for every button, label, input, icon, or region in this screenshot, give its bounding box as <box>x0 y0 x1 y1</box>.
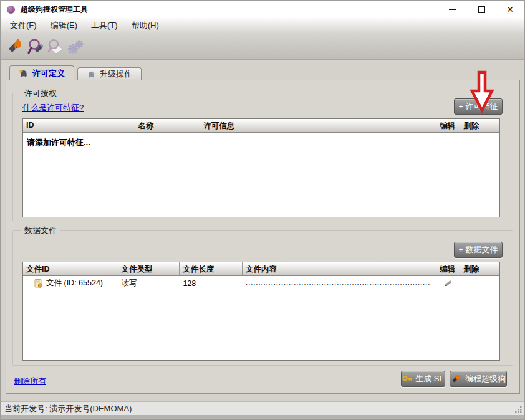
close-icon: ✕ <box>506 5 514 14</box>
menu-item-file[interactable]: 文件(F) <box>3 18 44 34</box>
minimize-icon <box>449 9 456 10</box>
column-header-file-content: 文件内容 <box>243 262 436 275</box>
app-icon <box>7 6 15 14</box>
maximize-icon <box>478 6 485 13</box>
inspect-superdog-icon <box>27 38 44 55</box>
file-content-dots: ........................................… <box>246 280 430 286</box>
license-table-header: ID 名称 许可信息 编辑 删除 <box>23 119 499 133</box>
data-file-table: 文件ID 文件类型 文件长度 文件内容 编辑 删除 文件 (ID: 65524) <box>22 262 500 361</box>
file-id-cell: 文件 (ID: 65524) <box>23 278 118 289</box>
tab-bar: 许可定义 升级操作 <box>9 65 142 80</box>
delete-all-link[interactable]: 删除所有 <box>14 376 46 387</box>
menu-item-tools[interactable]: 工具(T) <box>84 18 125 34</box>
program-superdog-button[interactable] <box>6 37 26 57</box>
program-superdog-icon <box>6 38 25 55</box>
minimize-button[interactable] <box>438 1 467 18</box>
column-header-name: 名称 <box>135 119 201 132</box>
generate-sl-button[interactable]: 生成 SL <box>401 371 445 387</box>
view-report-icon <box>46 38 65 55</box>
column-header-id: ID <box>23 119 135 132</box>
generate-sl-label: 生成 SL <box>415 373 444 384</box>
settings-button[interactable] <box>65 37 85 57</box>
menu-item-edit[interactable]: 编辑(E) <box>44 18 84 34</box>
column-header-delete: 删除 <box>460 119 499 132</box>
column-header-file-type: 文件类型 <box>118 262 180 275</box>
upgrade-tab-dog-icon <box>87 70 96 79</box>
data-file-icon <box>34 279 43 288</box>
program-superdog-label: 编程超级狗 <box>465 373 506 384</box>
titlebar: 超级狗授权管理工具 ✕ <box>1 1 524 18</box>
license-definition-panel: 许可授权 什么是许可特征? + 许可特征 ID 名称 许可信息 编辑 删除 请添… <box>6 80 520 394</box>
group-label: 数据文件 <box>21 225 60 236</box>
pencil-edit-icon <box>443 279 453 288</box>
settings-gears-icon <box>66 38 85 55</box>
close-button[interactable]: ✕ <box>496 1 524 18</box>
toolbar <box>1 34 524 60</box>
license-tab-dog-icon <box>19 69 29 79</box>
window-title: 超级狗授权管理工具 <box>21 4 88 15</box>
column-header-edit: 编辑 <box>436 119 460 132</box>
window-controls: ✕ <box>438 1 524 18</box>
add-license-feature-button[interactable]: + 许可特征 <box>454 98 503 115</box>
tab-label: 许可定义 <box>32 68 65 79</box>
data-file-row[interactable]: 文件 (ID: 65524) 读写 128 ..................… <box>23 276 499 290</box>
app-window: 超级狗授权管理工具 ✕ 文件(F) 编辑(E) 工具(T) 帮助(H) <box>0 0 525 420</box>
column-header-delete: 删除 <box>460 262 499 275</box>
file-type-cell: 读写 <box>118 278 180 289</box>
menu-item-help[interactable]: 帮助(H) <box>125 18 166 34</box>
data-file-table-header: 文件ID 文件类型 文件长度 文件内容 编辑 删除 <box>23 262 499 276</box>
column-header-file-length: 文件长度 <box>180 262 243 275</box>
inspect-superdog-button[interactable] <box>26 37 46 57</box>
column-header-edit: 编辑 <box>436 262 460 275</box>
tab-license-definition[interactable]: 许可定义 <box>9 65 74 80</box>
statusbar: 当前开发号: 演示开发号(DEMOMA) <box>1 401 524 415</box>
current-developer-id-text: 当前开发号: 演示开发号(DEMOMA) <box>4 403 132 414</box>
view-report-button[interactable] <box>46 37 65 57</box>
group-label: 许可授权 <box>21 88 60 99</box>
key-icon <box>402 375 412 383</box>
add-data-file-button[interactable]: + 数据文件 <box>454 242 503 258</box>
program-superdog-footer-button[interactable]: 编程超级狗 <box>450 371 507 387</box>
file-content-cell: ........................................… <box>243 280 436 287</box>
resize-grip[interactable] <box>513 404 523 414</box>
what-is-license-feature-link[interactable]: 什么是许可特征? <box>22 102 84 113</box>
window-bottom-edge <box>1 415 524 419</box>
license-feature-table: ID 名称 许可信息 编辑 删除 请添加许可特征... <box>22 118 500 217</box>
license-table-empty-message: 请添加许可特征... <box>23 133 499 153</box>
program-superdog-icon <box>451 374 462 384</box>
column-header-license-info: 许可信息 <box>200 119 436 132</box>
file-length-cell: 128 <box>180 279 243 288</box>
tab-upgrade-operations[interactable]: 升级操作 <box>77 67 142 80</box>
maximize-button[interactable] <box>467 1 496 18</box>
tab-label: 升级操作 <box>100 69 132 80</box>
column-header-file-id: 文件ID <box>23 262 118 275</box>
edit-file-button[interactable] <box>436 279 460 288</box>
menubar: 文件(F) 编辑(E) 工具(T) 帮助(H) <box>1 18 524 34</box>
